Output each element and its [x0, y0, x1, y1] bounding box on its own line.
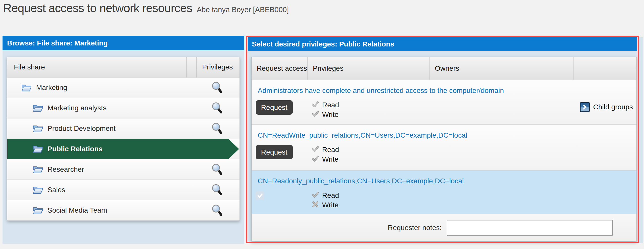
group-action-row: Request Read Write: [252, 145, 636, 168]
tree-row-sales[interactable]: Sales: [7, 180, 240, 200]
privilege-label: Read: [322, 101, 339, 109]
chevron-right-icon[interactable]: [580, 102, 590, 112]
group-action-row: Request Read Write Child groups: [252, 100, 636, 123]
check-icon: [312, 155, 319, 164]
column-header-file-share: File share: [7, 57, 187, 77]
group-link[interactable]: CN=Readonly_public_relations,CN=Users,DC…: [258, 177, 636, 185]
file-share-table-header: File share Privileges: [7, 57, 240, 77]
request-button[interactable]: Request: [256, 100, 293, 115]
privilege-label: Write: [322, 111, 339, 119]
privilege-list: Read Write: [312, 100, 339, 119]
tree-row-public-relations-selected[interactable]: Public Relations: [7, 139, 240, 159]
magnifier-icon[interactable]: [211, 163, 223, 176]
group-row-readwrite: CN=ReadWrite_public_relations,CN=Users,D…: [252, 124, 636, 170]
magnifier-icon[interactable]: [211, 102, 223, 115]
group-link[interactable]: Administrators have complete and unrestr…: [258, 87, 636, 95]
privilege-list: Read Write: [312, 191, 339, 210]
column-header-privileges: Privileges: [197, 57, 240, 77]
folder-icon: [33, 206, 43, 215]
check-icon: [312, 145, 319, 155]
privilege-write-denied: Write: [312, 200, 339, 210]
folder-icon: [33, 124, 43, 133]
folder-icon: [33, 186, 43, 194]
magnifier-icon[interactable]: [211, 184, 223, 197]
column-header-owners: Owners: [430, 57, 574, 80]
privilege-label: Write: [322, 155, 339, 163]
privilege-read: Read: [312, 100, 339, 110]
page-title: Request access to network resources: [3, 1, 192, 15]
privilege-read: Read: [312, 145, 339, 155]
folder-icon: [33, 104, 43, 112]
requester-notes-input[interactable]: [447, 220, 613, 236]
privileges-table: Request access Privileges Owners Adminis…: [251, 57, 637, 241]
folder-icon: [33, 145, 43, 153]
check-icon: [312, 191, 319, 200]
check-badge-icon[interactable]: [256, 191, 264, 200]
child-groups-label: Child groups: [593, 103, 633, 111]
privilege-list: Read Write: [312, 145, 339, 164]
magnifier-icon[interactable]: [211, 81, 223, 94]
child-groups-control[interactable]: Child groups: [580, 102, 633, 112]
group-link[interactable]: CN=ReadWrite_public_relations,CN=Users,D…: [258, 131, 636, 139]
requester-notes-row: Requester notes:: [252, 214, 636, 241]
requester-notes-label: Requester notes:: [252, 224, 442, 232]
group-action-row: Read Write: [252, 191, 636, 213]
privileges-panel-header: Select desired privileges: Public Relati…: [248, 37, 637, 51]
group-row-readonly-selected: CN=Readonly_public_relations,CN=Users,DC…: [252, 170, 636, 214]
page-title-row: Request access to network resources Abe …: [3, 1, 289, 15]
tree-row-product-development[interactable]: Product Development: [7, 118, 240, 139]
privilege-label: Write: [322, 201, 339, 209]
check-icon: [312, 101, 319, 110]
tree-row-label: Marketing analysts: [47, 104, 106, 112]
tree-row-label: Product Development: [47, 124, 115, 133]
tree-row-social-media-team[interactable]: Social Media Team: [7, 200, 240, 220]
browse-panel-header: Browse: File share: Marketing: [3, 36, 244, 50]
check-icon: [312, 110, 319, 119]
tree-row-label: Sales: [47, 186, 65, 194]
tree-row-marketing-analysts[interactable]: Marketing analysts: [7, 98, 240, 118]
magnifier-icon[interactable]: [211, 122, 223, 135]
privilege-read: Read: [312, 191, 339, 200]
current-user-label: Abe tanya Boyer [ABEB000]: [197, 6, 289, 14]
tree-row-label: Researcher: [47, 165, 84, 173]
privilege-write: Write: [312, 110, 339, 119]
column-header-privileges: Privileges: [308, 57, 430, 80]
tree-row-researcher[interactable]: Researcher: [7, 159, 240, 180]
privileges-panel: Select desired privileges: Public Relati…: [248, 37, 643, 243]
privilege-label: Read: [322, 191, 339, 200]
tree-row-marketing[interactable]: Marketing: [7, 77, 240, 98]
group-row-administrators: Administrators have complete and unrestr…: [252, 80, 636, 124]
magnifier-icon[interactable]: [211, 204, 223, 217]
column-header-empty: [574, 57, 636, 80]
request-button[interactable]: Request: [256, 145, 293, 159]
privilege-write: Write: [312, 155, 339, 164]
browse-panel: Browse: File share: Marketing File share…: [3, 36, 244, 244]
tree-row-label: Social Media Team: [47, 206, 107, 214]
file-share-table: File share Privileges Marketing Marketin…: [7, 57, 240, 221]
privileges-table-header: Request access Privileges Owners: [252, 57, 636, 80]
folder-icon: [21, 83, 32, 92]
column-header-request-access: Request access: [252, 57, 308, 80]
cross-icon: [312, 201, 319, 210]
folder-icon: [33, 165, 43, 174]
tree-row-label: Marketing: [36, 84, 67, 92]
tree-row-label: Public Relations: [47, 145, 103, 153]
privilege-label: Read: [322, 146, 339, 154]
column-header-spacer: [187, 57, 197, 77]
